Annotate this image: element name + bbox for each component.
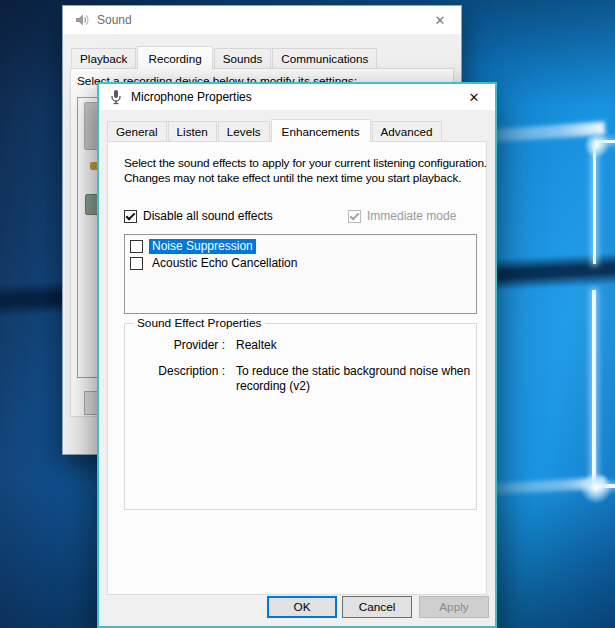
provider-row: Provider : Realtek [125,338,476,354]
tab-listen[interactable]: Listen [168,121,217,141]
sound-dialog-title: Sound [97,13,132,27]
tab-recording[interactable]: Recording [137,46,212,69]
cancel-button[interactable]: Cancel [342,596,412,618]
window-logo-edge-upper [593,146,596,264]
effect-label[interactable]: Noise Suppression [149,239,256,254]
effect-label[interactable]: Acoustic Echo Cancellation [149,256,300,271]
tab-levels[interactable]: Levels [218,121,270,141]
window-logo-edge-lower [592,290,596,486]
effect-row-noise-suppression[interactable]: Noise Suppression [125,238,476,255]
disable-all-label: Disable all sound effects [143,209,273,223]
provider-label: Provider : [125,338,225,352]
mic-tab-bar: General Listen Levels Enhancements Advan… [99,119,495,141]
sound-effect-properties-group: Sound Effect Properties Provider : Realt… [124,323,477,510]
disable-all-sound-effects-checkbox[interactable]: Disable all sound effects [124,209,273,223]
tab-sounds[interactable]: Sounds [214,48,272,68]
tab-general[interactable]: General [107,121,167,141]
apply-button[interactable]: Apply [419,596,489,618]
tab-playback[interactable]: Playback [71,48,136,68]
description-label: Description : [125,364,225,378]
effect-row-acoustic-echo-cancellation[interactable]: Acoustic Echo Cancellation [125,255,476,272]
window-logo-glow-top [584,132,610,158]
checkbox-row: Disable all sound effects Immediate mode [124,209,470,225]
tab-communications[interactable]: Communications [272,48,377,68]
description-value: To reduce the static background noise wh… [236,364,476,394]
mic-dialog-title: Microphone Properties [131,90,252,104]
checkbox-unchecked-icon[interactable] [130,240,143,253]
checkbox-checked-icon[interactable] [124,210,137,223]
dialog-button-row: OK Cancel Apply [99,592,495,626]
microphone-icon [108,89,124,105]
window-logo-glow-bottom [580,472,612,504]
immediate-mode-label: Immediate mode [367,209,456,223]
checkbox-disabled-checked-icon[interactable] [348,210,361,223]
speaker-icon [74,12,90,28]
mic-close-icon[interactable]: ✕ [453,84,495,110]
ok-button[interactable]: OK [267,596,337,618]
microphone-properties-dialog: Microphone Properties ✕ General Listen L… [97,82,497,628]
sound-tab-bar: Playback Recording Sounds Communications [63,46,461,68]
tab-advanced[interactable]: Advanced [372,121,442,141]
enhancements-intro-text: Select the sound effects to apply for yo… [124,156,494,186]
sound-close-icon[interactable]: ✕ [419,6,461,34]
enhancements-tab-page: Select the sound effects to apply for yo… [107,141,487,595]
description-row: Description : To reduce the static backg… [125,364,476,398]
sound-titlebar[interactable]: Sound ✕ [63,6,461,34]
tab-enhancements[interactable]: Enhancements [271,119,371,142]
sound-effects-list[interactable]: Noise Suppression Acoustic Echo Cancella… [124,234,477,314]
provider-value: Realtek [236,338,277,352]
checkbox-unchecked-icon[interactable] [130,257,143,270]
immediate-mode-checkbox[interactable]: Immediate mode [348,209,456,223]
group-title: Sound Effect Properties [133,316,265,330]
mic-titlebar[interactable]: Microphone Properties ✕ [99,84,495,110]
